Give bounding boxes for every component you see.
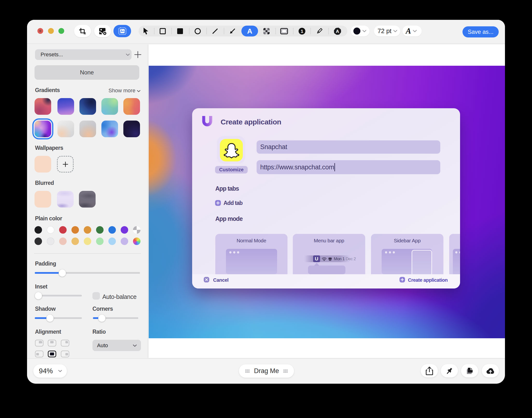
svg-text:A: A bbox=[336, 29, 339, 34]
svg-text:1: 1 bbox=[301, 29, 303, 34]
